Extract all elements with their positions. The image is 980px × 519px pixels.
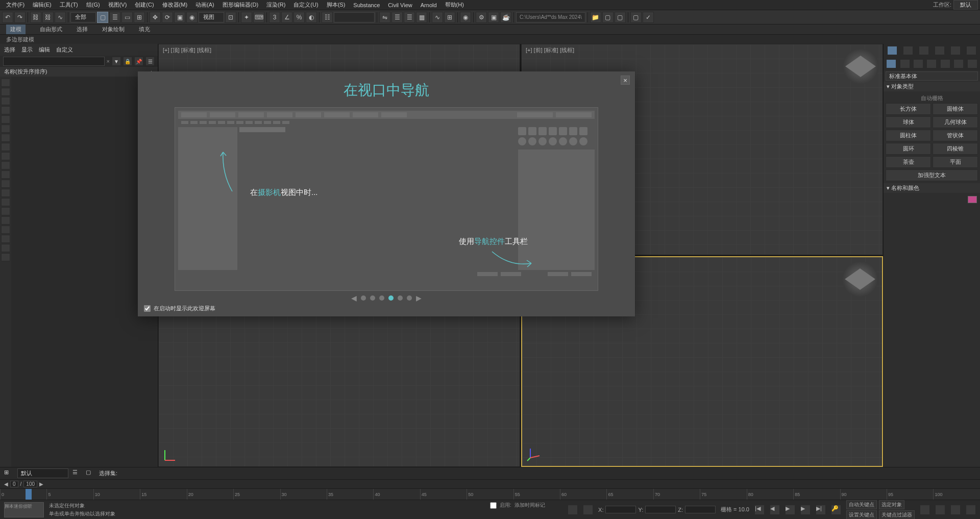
select-object-button[interactable]: ▢ [97, 12, 108, 23]
list-icon[interactable]: ☰ [145, 57, 155, 66]
filter-extra3-icon[interactable] [1, 207, 10, 215]
menu-scripting[interactable]: 脚本(S) [323, 0, 350, 10]
motion-tab-icon[interactable] [935, 46, 945, 55]
show-on-startup-checkbox[interactable]: 在启动时显示此欢迎屏幕 [144, 305, 215, 312]
link-button[interactable]: ⛓ [30, 12, 41, 23]
window-crossing-button[interactable]: ⊞ [134, 12, 145, 23]
pyramid-button[interactable]: 四棱锥 [933, 143, 978, 155]
layer-explorer-button[interactable]: ☰ [404, 12, 415, 23]
pager-next-icon[interactable]: ▶ [416, 294, 422, 302]
filter-lights-icon[interactable] [1, 97, 10, 105]
pager-dot[interactable] [407, 295, 412, 301]
pivot-button[interactable]: ⊡ [225, 12, 236, 23]
left-tab-select[interactable]: 选择 [4, 46, 15, 54]
percent-snap-button[interactable]: % [293, 12, 305, 23]
cylinder-button[interactable]: 圆柱体 [886, 130, 931, 141]
keyboard-shortcut-button[interactable]: ⌨ [253, 12, 264, 23]
filter-geometry-icon[interactable] [1, 79, 10, 87]
geosphere-button[interactable]: 几何球体 [933, 116, 978, 128]
systems-icon[interactable] [967, 59, 977, 68]
menu-animation[interactable]: 动画(A) [191, 0, 218, 10]
ribbon-tab-selection[interactable]: 选择 [77, 26, 88, 33]
sphere-button[interactable]: 球体 [886, 116, 931, 128]
viewcube[interactable] [842, 261, 878, 297]
schematic-view-button[interactable]: ⊞ [444, 12, 455, 23]
nav-pan-icon[interactable] [920, 505, 930, 515]
layer-combo[interactable]: 默认 [17, 468, 68, 478]
project-path[interactable]: C:\Users\Ad**ds Max 2024\ [516, 12, 585, 22]
box-button[interactable]: 长方体 [886, 103, 931, 115]
viewport-label[interactable]: [+] [顶] [标准] [线框] [163, 46, 211, 54]
play-icon[interactable]: ▶ [785, 505, 795, 515]
filter-extra6-icon[interactable] [1, 235, 10, 243]
hierarchy-tab-icon[interactable] [919, 46, 929, 55]
pager-dot-active[interactable] [388, 295, 394, 301]
z-input[interactable] [685, 506, 716, 513]
clear-search-icon[interactable]: × [107, 58, 110, 64]
frame-prev-icon[interactable]: ◀ [4, 481, 8, 487]
filter-extra2-icon[interactable] [1, 198, 10, 206]
pager-dot[interactable] [370, 295, 375, 301]
select-name-button[interactable]: ☰ [109, 12, 120, 23]
object-color-swatch[interactable] [968, 196, 977, 203]
bind-button[interactable]: ∿ [55, 12, 66, 23]
pager-dot[interactable] [398, 295, 403, 301]
ribbon-tab-modeling[interactable]: 建模 [6, 24, 26, 34]
menu-views[interactable]: 视图(V) [104, 0, 131, 10]
lock-icon[interactable]: 🔒 [123, 57, 132, 66]
scale-button[interactable]: ▣ [174, 12, 185, 23]
cameras-icon[interactable] [926, 59, 937, 68]
menu-create[interactable]: 创建(C) [131, 0, 158, 10]
object-type-rollout[interactable]: ▾ 对象类型 [884, 82, 980, 91]
angle-snap-button[interactable]: ∠ [281, 12, 292, 23]
filter-groups-icon[interactable] [1, 134, 10, 142]
helpers-icon[interactable] [940, 59, 950, 68]
x-input[interactable] [605, 506, 636, 513]
menu-rendering[interactable]: 渲染(R) [262, 0, 289, 10]
primitive-type-combo[interactable]: 标准基本体 [886, 71, 978, 81]
toggle-ribbon-button[interactable]: ▦ [416, 12, 427, 23]
move-button[interactable]: ✥ [150, 12, 161, 23]
menu-customize[interactable]: 自定义(U) [289, 0, 322, 10]
nav-maximize-icon[interactable] [966, 505, 976, 515]
viewport-label[interactable]: [+] [前] [标准] [线框] [526, 46, 574, 54]
selection-filter-combo[interactable]: 全部 [70, 12, 96, 22]
menu-group[interactable]: 组(G) [82, 0, 104, 10]
spinner-snap-button[interactable]: ◐ [306, 12, 317, 23]
left-tab-display[interactable]: 显示 [21, 46, 33, 54]
torus-button[interactable]: 圆环 [886, 143, 931, 155]
refcoord-combo[interactable]: 视图 [199, 12, 224, 22]
filter-hidden-icon[interactable] [1, 180, 10, 188]
undo-button[interactable]: ↶ [2, 12, 13, 23]
set-project-button[interactable]: 📁 [590, 12, 601, 23]
next-frame-icon[interactable]: ▶ [800, 505, 811, 515]
textplus-button[interactable]: 加强型文本 [886, 169, 978, 181]
selobj-combo[interactable]: 选定对象 [879, 500, 904, 509]
scene-name-header[interactable]: 名称(按升序排序) ▲ [0, 67, 158, 77]
prev-frame-icon[interactable]: ◀ [770, 505, 780, 515]
ribbon-tab-objectpaint[interactable]: 对象绘制 [102, 26, 125, 33]
autogrid-checkbox[interactable]: 自动栅格 [886, 93, 978, 103]
manipulate-button[interactable]: ✦ [241, 12, 252, 23]
layer-isolate-icon[interactable]: ▢ [86, 469, 95, 478]
key-mode-icon[interactable]: 🔑 [831, 505, 841, 515]
modal-close-button[interactable]: × [621, 76, 630, 85]
left-tab-customize[interactable]: 自定义 [56, 46, 73, 54]
rotate-button[interactable]: ⟳ [162, 12, 173, 23]
cone-button[interactable]: 圆锥体 [933, 103, 978, 115]
tb-extra4-button[interactable]: ✓ [643, 12, 654, 23]
menu-substance[interactable]: Substance [349, 1, 384, 9]
create-tab-icon[interactable] [887, 46, 897, 55]
maxscript-listener-thumb[interactable]: 脚本迷你侦听 [4, 502, 44, 517]
pager-prev-icon[interactable]: ◀ [351, 294, 357, 302]
pager-dot[interactable] [379, 295, 384, 301]
curve-editor-button[interactable]: ∿ [432, 12, 443, 23]
goto-start-icon[interactable]: |◀ [754, 505, 765, 515]
tb-extra1-button[interactable]: ▢ [602, 12, 614, 23]
pin-icon[interactable]: 📌 [134, 57, 143, 66]
nav-orbit-icon[interactable] [950, 505, 961, 515]
menu-modifiers[interactable]: 修改器(M) [158, 0, 192, 10]
selection-lock-icon[interactable] [583, 505, 593, 515]
select-region-button[interactable]: ▭ [121, 12, 133, 23]
filter-spacewarps-icon[interactable] [1, 125, 10, 133]
